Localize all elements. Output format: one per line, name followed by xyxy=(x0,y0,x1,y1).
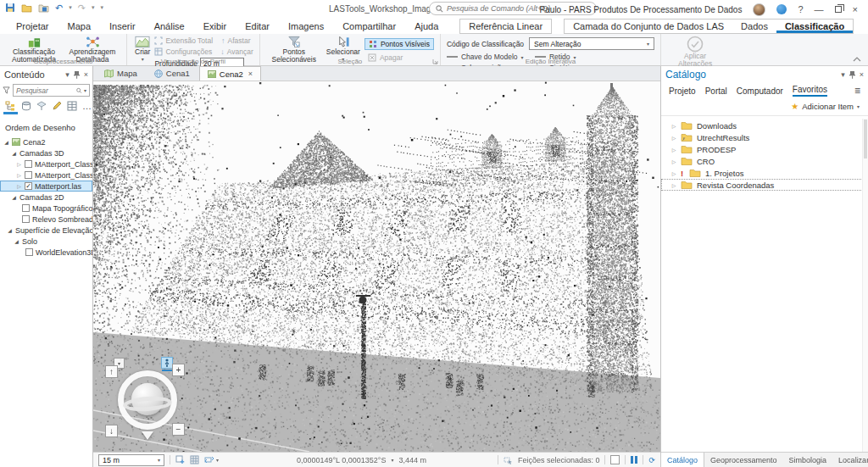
list-by-data-source-icon[interactable] xyxy=(21,101,31,111)
tab-compartilhar[interactable]: Compartilhar xyxy=(333,19,405,34)
view-tab-cena1[interactable]: Cena1 xyxy=(147,66,198,81)
close-button[interactable]: × xyxy=(853,4,858,14)
tab-classificacao[interactable]: Classificação xyxy=(776,19,853,33)
contents-search-input[interactable] xyxy=(16,86,75,95)
layer-checkbox[interactable] xyxy=(25,171,32,179)
look-down-button[interactable]: ↓ xyxy=(105,425,118,437)
layer-checkbox[interactable] xyxy=(22,215,30,223)
avancar-button[interactable]: ↓ Avançar xyxy=(220,47,253,56)
tree-group-superficie-elevacao[interactable]: ◢ Superfície de Elevação xyxy=(0,225,92,236)
notifications-icon[interactable] xyxy=(776,4,787,14)
tab-referencia-linear[interactable]: Referência Linear xyxy=(460,19,551,33)
catalog-tab-computador[interactable]: Computador xyxy=(737,86,783,96)
minimize-button[interactable]: — xyxy=(815,4,824,14)
expander-icon[interactable]: ▷ xyxy=(16,161,22,167)
view-tab-cena2[interactable]: Cena2 × xyxy=(199,66,261,81)
look-up-button[interactable]: ↑ xyxy=(105,365,118,378)
expander-icon[interactable]: ◢ xyxy=(14,238,19,244)
customize-toolbar-icon[interactable]: ▾ xyxy=(100,4,103,11)
pontos-visiveis-toggle[interactable]: Pontos Visíveis xyxy=(364,38,434,50)
layer-checkbox-checked[interactable]: ✓ xyxy=(25,182,32,190)
snapping-toggle-icon[interactable] xyxy=(610,455,620,464)
add-item-button[interactable]: ★ Adicionar Item ▾ xyxy=(661,99,868,116)
user-avatar[interactable] xyxy=(753,3,765,16)
refresh-icon[interactable]: ⟳ xyxy=(648,456,655,464)
scene-navigator[interactable]: ↑ ↓ + − xyxy=(105,360,190,445)
catalog-item-projetos[interactable]: ▷ ! 1. Projetos xyxy=(661,167,863,179)
tab-mapa[interactable]: Mapa xyxy=(58,19,101,34)
catalog-item-revista-coordenadas[interactable]: ▷ Revista Coordenadas xyxy=(661,179,863,191)
menu-icon[interactable]: ≡ xyxy=(854,85,860,97)
tree-item-mapa-topografico[interactable]: Mapa Topográfico Mundial xyxy=(0,203,92,214)
tree-item-matterport-class-2[interactable]: ▷ MAtterport_Class xyxy=(0,170,92,181)
navigator-expand-handle[interactable] xyxy=(142,431,153,440)
tab-inserir[interactable]: Inserir xyxy=(100,19,145,34)
expander-icon[interactable]: ◢ xyxy=(3,139,9,145)
undo-dropdown-icon[interactable]: ▾ xyxy=(69,4,72,11)
expander-icon[interactable]: ▷ xyxy=(671,170,676,176)
tab-dados[interactable]: Dados xyxy=(732,19,776,33)
tree-item-matterport-class-1[interactable]: ▷ MAtterport_Class xyxy=(0,158,92,170)
signed-in-user[interactable]: Paulo - PARS Produtos De Processamento D… xyxy=(540,5,743,14)
bottom-tab-geoprocessamento[interactable]: Geoprocessamento xyxy=(704,453,783,467)
tree-item-matterport-las[interactable]: ▷ ✓ Matterport.las xyxy=(0,181,92,192)
expander-icon[interactable]: ▷ xyxy=(671,147,676,153)
tab-analise[interactable]: Análise xyxy=(145,19,194,34)
catalog-tab-favoritos[interactable]: Favoritos xyxy=(793,85,827,97)
filter-icon[interactable] xyxy=(3,86,10,94)
new-bookmark-icon[interactable] xyxy=(175,455,185,464)
save-icon[interactable] xyxy=(5,3,15,13)
layer-checkbox[interactable] xyxy=(25,160,32,168)
redo-dropdown-icon[interactable]: ▾ xyxy=(92,4,95,11)
help-button[interactable]: ? xyxy=(798,4,803,14)
link-views-icon[interactable]: ▾ xyxy=(204,455,219,464)
bottom-tab-simbologia[interactable]: Simbologia xyxy=(783,453,833,467)
expander-icon[interactable]: ◢ xyxy=(7,227,13,233)
expander-icon[interactable]: ▷ xyxy=(16,183,22,189)
tab-camada-las[interactable]: Camada do Conjunto de Dados LAS xyxy=(565,19,732,33)
catalog-tab-portal[interactable]: Portal xyxy=(705,86,727,96)
list-by-drawing-order-icon[interactable] xyxy=(5,101,16,111)
tree-item-worldelevation[interactable]: WorldElevation3D/Terrai... xyxy=(0,247,92,258)
restore-button[interactable] xyxy=(835,6,842,13)
catalog-item-utrechtresults[interactable]: ▷ UtrechtResults xyxy=(661,131,863,143)
tree-group-camadas-2d[interactable]: ◢ Camadas 2D xyxy=(0,192,92,203)
list-by-editing-icon[interactable] xyxy=(52,101,62,111)
redo-icon[interactable]: ↷ xyxy=(78,3,86,13)
catalog-item-cro[interactable]: ▷ CRO xyxy=(661,155,863,167)
tab-editar[interactable]: Editar xyxy=(236,19,279,34)
chevron-down-icon[interactable]: ▾ xyxy=(391,457,393,463)
tab-exibir[interactable]: Exibir xyxy=(194,19,236,34)
list-by-selection-icon[interactable] xyxy=(36,101,47,111)
pin-icon[interactable] xyxy=(849,71,855,79)
contents-search-box[interactable]: ▾ xyxy=(13,84,90,97)
bottom-tab-localizar[interactable]: Localizar xyxy=(832,453,868,467)
catalog-item-prodesp[interactable]: ▷ PRODESP xyxy=(661,143,863,155)
expander-icon[interactable]: ▷ xyxy=(671,158,676,164)
extensao-total-button[interactable]: Extensão Total xyxy=(154,36,213,45)
layer-checkbox[interactable] xyxy=(25,248,33,256)
save-project-icon[interactable] xyxy=(38,3,49,13)
expander-icon[interactable]: ▷ xyxy=(16,172,22,178)
catalog-scrollbar[interactable] xyxy=(862,119,868,452)
pin-icon[interactable] xyxy=(74,71,80,79)
bottom-tab-catalogo[interactable]: Catálogo xyxy=(660,453,704,467)
chevron-down-icon[interactable]: ▾ xyxy=(84,87,86,93)
tab-ajuda[interactable]: Ajuda xyxy=(405,19,448,34)
tab-imagens[interactable]: Imagens xyxy=(279,19,333,34)
close-pane-icon[interactable]: × xyxy=(84,70,88,79)
dialog-launcher-icon[interactable] xyxy=(432,58,438,64)
close-view-icon[interactable]: × xyxy=(248,69,253,78)
zoom-out-button[interactable]: − xyxy=(172,423,185,436)
tree-group-solo[interactable]: ◢ Solo xyxy=(0,236,92,247)
tree-group-camadas-3d[interactable]: ◢ Camadas 3D xyxy=(0,147,92,158)
zoom-in-button[interactable]: + xyxy=(172,364,185,376)
catalog-item-downloads[interactable]: ▷ Downloads xyxy=(661,120,863,131)
tree-item-relevo-sombreado[interactable]: Relevo Sombreado Mundial xyxy=(0,214,92,225)
close-pane-icon[interactable]: × xyxy=(860,70,864,79)
view-tab-mapa[interactable]: Mapa xyxy=(97,66,145,81)
expander-icon[interactable]: ◢ xyxy=(11,194,17,200)
expander-icon[interactable]: ▷ xyxy=(671,182,676,188)
more-options-icon[interactable]: … xyxy=(82,101,92,111)
grid-icon[interactable] xyxy=(190,455,199,464)
